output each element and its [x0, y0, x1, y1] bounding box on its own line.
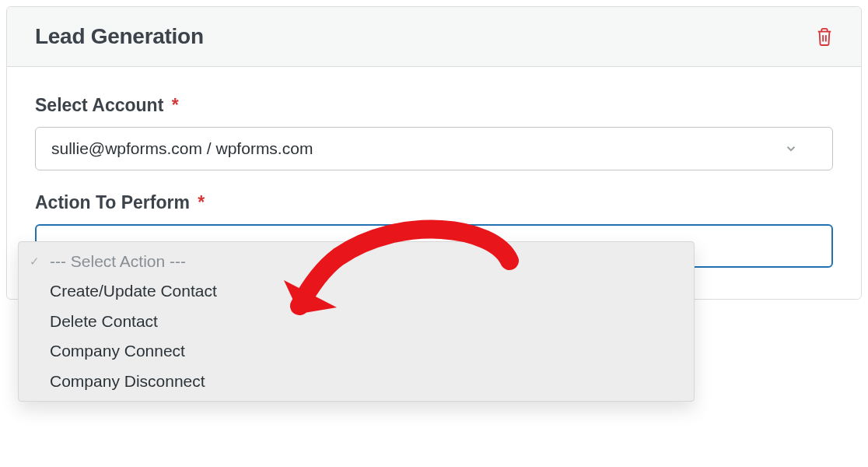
action-option-label: Company Connect	[50, 342, 185, 360]
select-account-dropdown[interactable]: sullie@wpforms.com / wpforms.com	[35, 127, 833, 170]
panel-header: Lead Generation	[7, 7, 861, 67]
panel-body: Select Account * sullie@wpforms.com / wp…	[7, 67, 861, 299]
select-account-value: sullie@wpforms.com / wpforms.com	[51, 139, 313, 158]
action-option-create-update-contact[interactable]: Create/Update Contact	[19, 276, 694, 306]
select-account-label: Select Account *	[35, 95, 833, 116]
action-option-label: Company Disconnect	[50, 372, 205, 390]
action-option-label: Create/Update Contact	[50, 282, 217, 300]
action-option-company-disconnect[interactable]: Company Disconnect	[19, 367, 694, 396]
action-option-company-connect[interactable]: Company Connect	[19, 336, 694, 366]
action-option-placeholder-text: --- Select Action ---	[50, 252, 186, 270]
action-to-perform-label-text: Action To Perform	[35, 192, 190, 212]
panel-title: Lead Generation	[35, 24, 204, 49]
check-icon: ✓	[30, 253, 40, 270]
action-to-perform-field: Action To Perform * ✓ --- Select Action …	[35, 192, 833, 268]
select-account-field: Select Account * sullie@wpforms.com / wp…	[35, 95, 833, 170]
action-dropdown-menu: ✓ --- Select Action --- Create/Update Co…	[18, 241, 695, 402]
chevron-down-icon	[784, 142, 798, 156]
select-account-wrap: sullie@wpforms.com / wpforms.com	[35, 127, 833, 170]
action-option-label: Delete Contact	[50, 312, 158, 330]
trash-icon[interactable]	[816, 27, 833, 46]
required-asterisk: *	[172, 95, 179, 115]
required-asterisk: *	[198, 192, 205, 212]
action-option-placeholder[interactable]: ✓ --- Select Action ---	[19, 247, 694, 276]
action-to-perform-label: Action To Perform *	[35, 192, 833, 213]
select-account-label-text: Select Account	[35, 95, 163, 115]
action-option-delete-contact[interactable]: Delete Contact	[19, 307, 694, 336]
action-select-wrap: ✓ --- Select Action --- Create/Update Co…	[35, 224, 833, 268]
integration-panel: Lead Generation Select Account * sullie@…	[6, 6, 862, 300]
